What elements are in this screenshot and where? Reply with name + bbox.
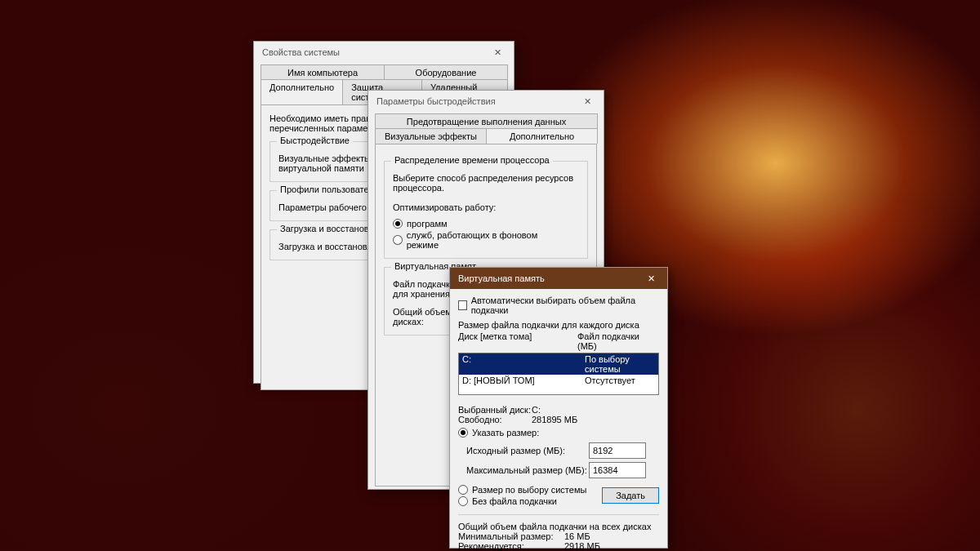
rec-label: Рекомендуется:	[458, 541, 564, 551]
selected-drive-value: C:	[532, 405, 541, 415]
min-label: Минимальный размер:	[458, 531, 564, 541]
per-drive-label: Размер файла подкачки для каждого диска	[458, 320, 659, 330]
rec-value: 2918 МБ	[564, 541, 600, 551]
disk-label: C:	[462, 354, 585, 374]
radio-no-paging[interactable]: Без файла подкачки	[458, 496, 586, 506]
free-space-label: Свободно:	[458, 415, 532, 424]
tab-visual-effects[interactable]: Визуальные эффекты	[375, 128, 487, 144]
tab-dep[interactable]: Предотвращение выполнения данных	[375, 113, 598, 129]
checkbox-label: Автоматически выбирать объем файла подка…	[471, 295, 648, 315]
set-button[interactable]: Задать	[602, 487, 659, 504]
window-title: Виртуальная память	[458, 273, 545, 283]
radio-label: Размер по выбору системы	[472, 485, 586, 495]
scheduling-desc: Выберите способ распределения ресурсов п…	[393, 173, 579, 193]
disk-list[interactable]: C: По выбору системы D: [НОВЫЙ ТОМ] Отсу…	[458, 353, 659, 395]
radio-background[interactable]: служб, работающих в фоновом режиме	[393, 230, 568, 250]
tab-hardware[interactable]: Оборудование	[384, 64, 508, 80]
min-value: 16 МБ	[564, 531, 590, 541]
titlebar[interactable]: Свойства системы ✕	[254, 42, 514, 63]
close-icon[interactable]: ✕	[576, 96, 599, 107]
tab-advanced[interactable]: Дополнительно	[486, 128, 598, 144]
selected-drive-label: Выбранный диск:	[458, 405, 532, 415]
totals-title: Общий объем файла подкачки на всех диска…	[458, 522, 659, 531]
radio-icon	[393, 219, 403, 229]
close-icon[interactable]: ✕	[486, 47, 509, 58]
disk-value: По выбору системы	[585, 354, 655, 374]
max-size-input[interactable]	[589, 462, 646, 478]
group-title: Распределение времени процессора	[391, 155, 553, 165]
radio-custom-size[interactable]: Указать размер:	[458, 428, 539, 438]
titlebar[interactable]: Виртуальная память ✕	[450, 268, 667, 289]
radio-label: Указать размер:	[472, 428, 539, 438]
radio-icon	[458, 428, 468, 438]
processor-scheduling-group: Распределение времени процессора Выберит…	[384, 161, 588, 259]
optimize-label: Оптимизировать работу:	[393, 202, 579, 212]
max-size-label: Максимальный размер (МБ):	[466, 465, 589, 475]
initial-size-input[interactable]	[589, 442, 646, 459]
titlebar[interactable]: Параметры быстродействия ✕	[368, 91, 604, 112]
radio-icon	[458, 485, 468, 495]
radio-label: программ	[407, 219, 448, 229]
disk-value: Отсутствует	[585, 375, 655, 385]
radio-label: Без файла подкачки	[472, 496, 557, 506]
close-icon[interactable]: ✕	[639, 273, 662, 284]
window-title: Свойства системы	[262, 47, 340, 57]
disk-row[interactable]: D: [НОВЫЙ ТОМ] Отсутствует	[459, 375, 658, 386]
group-title: Быстродействие	[277, 136, 353, 145]
radio-icon	[458, 496, 468, 506]
radio-system-managed[interactable]: Размер по выбору системы	[458, 485, 586, 495]
disk-label: D: [НОВЫЙ ТОМ]	[462, 375, 585, 385]
virtual-memory-window: Виртуальная память ✕ Автоматически выбир…	[449, 267, 668, 549]
checkbox-icon	[458, 300, 467, 310]
radio-icon	[393, 235, 403, 245]
auto-manage-checkbox[interactable]: Автоматически выбирать объем файла подка…	[458, 295, 648, 315]
initial-size-label: Исходный размер (МБ):	[466, 446, 589, 455]
tab-computer-name[interactable]: Имя компьютера	[261, 64, 385, 80]
free-space-value: 281895 МБ	[532, 415, 577, 424]
header-disk: Диск [метка тома]	[458, 331, 577, 351]
disk-row[interactable]: C: По выбору системы	[459, 353, 658, 375]
window-title: Параметры быстродействия	[376, 96, 496, 106]
radio-programs[interactable]: программ	[393, 219, 448, 229]
radio-label: служб, работающих в фоновом режиме	[407, 230, 568, 250]
tab-advanced[interactable]: Дополнительно	[261, 79, 343, 104]
header-size: Файл подкачки (МБ)	[577, 331, 659, 351]
